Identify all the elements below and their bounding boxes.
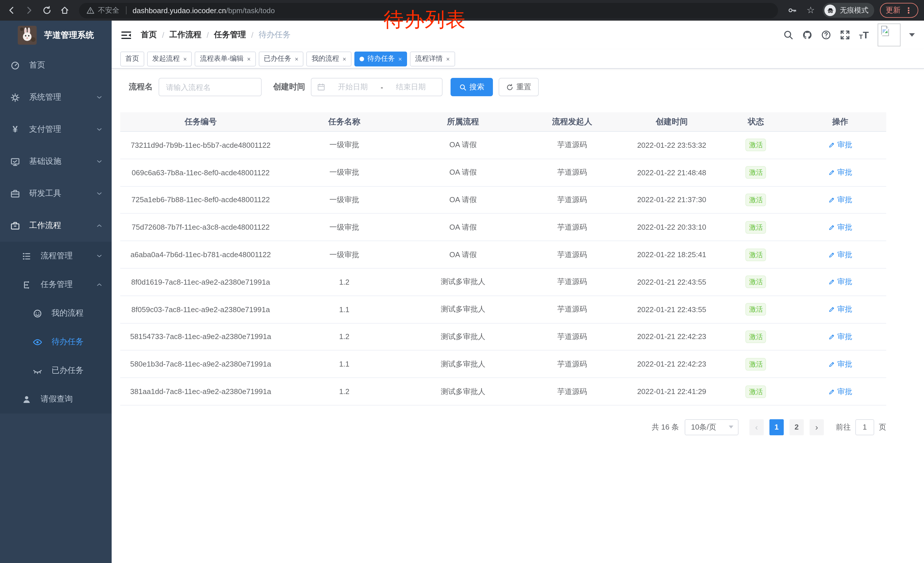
end-date-placeholder[interactable]: 结束日期 xyxy=(385,82,436,92)
column-header-1: 任务名称 xyxy=(281,117,408,127)
tab-process-form-edit[interactable]: 流程表单-编辑× xyxy=(195,51,256,66)
cell-starter: 芋道源码 xyxy=(518,304,626,314)
approve-link[interactable]: 审批 xyxy=(828,195,852,205)
star-icon[interactable]: ☆ xyxy=(804,4,817,17)
dots-vertical-icon[interactable]: ⋮ xyxy=(904,6,912,14)
status-badge: 激活 xyxy=(746,303,766,315)
incognito-icon xyxy=(824,5,836,16)
approve-link[interactable]: 审批 xyxy=(828,249,852,260)
sidebar-item-infrastructure[interactable]: 基础设施 xyxy=(0,146,112,177)
briefcase-icon xyxy=(10,221,20,231)
process-name-label: 流程名 xyxy=(129,82,153,92)
tab-done-tasks[interactable]: 已办任务× xyxy=(259,51,304,66)
face-icon xyxy=(33,308,42,318)
cell-process: 测试多审批人 xyxy=(407,359,518,369)
sidebar-item-leave-query[interactable]: 请假查询 xyxy=(0,385,112,413)
status-badge: 激活 xyxy=(746,194,766,206)
key-icon[interactable] xyxy=(786,4,799,17)
table-row: 725a1eb6-7b88-11ec-8ef0-acde48001122一级审批… xyxy=(120,186,886,214)
chevron-down-icon xyxy=(96,190,103,197)
cell-created: 2022-01-22 20:33:10 xyxy=(626,223,718,232)
app-logo[interactable]: 芋道管理系统 xyxy=(0,21,112,49)
close-icon[interactable]: × xyxy=(247,55,251,62)
breadcrumb-item: 待办任务 xyxy=(258,30,291,40)
reload-icon[interactable] xyxy=(40,4,53,17)
tab-home[interactable]: 首页 xyxy=(120,51,144,66)
page-buttons: ‹ 12› xyxy=(747,419,826,435)
github-icon[interactable] xyxy=(802,30,812,40)
page-size-select[interactable]: 10条/页 xyxy=(685,419,738,435)
forward-icon[interactable] xyxy=(23,4,36,17)
sidebar-item-done-tasks[interactable]: 已办任务 xyxy=(0,356,112,385)
prev-page-button[interactable]: ‹ xyxy=(749,419,764,435)
toolbox-icon xyxy=(10,189,20,198)
sidebar-item-todo-tasks[interactable]: 待办任务 xyxy=(0,327,112,356)
sidebar-item-my-process[interactable]: 我的流程 xyxy=(0,299,112,327)
tab-process-detail[interactable]: 流程详情× xyxy=(410,51,455,66)
close-icon[interactable]: × xyxy=(399,55,402,62)
reset-button[interactable]: 重置 xyxy=(499,78,539,96)
breadcrumb-separator: / xyxy=(207,30,209,39)
security-chip[interactable]: 不安全 xyxy=(98,6,119,15)
page-button-1[interactable]: 1 xyxy=(770,419,784,435)
hamburger-icon[interactable] xyxy=(121,30,132,41)
font-size-icon[interactable]: TT xyxy=(859,30,869,40)
status-badge: 激活 xyxy=(746,358,766,371)
close-icon[interactable]: × xyxy=(183,55,187,62)
close-icon[interactable]: × xyxy=(343,55,346,62)
goto-page-input[interactable] xyxy=(855,419,874,435)
address-bar[interactable]: 不安全 dashboard.yudao.iocoder.cn/bpm/task/… xyxy=(79,3,778,18)
breadcrumb-item[interactable]: 工作流程 xyxy=(170,30,201,40)
process-name-input[interactable] xyxy=(159,78,262,96)
approve-link[interactable]: 审批 xyxy=(828,304,852,314)
chevron-down-icon xyxy=(96,158,103,165)
chevron-down-icon xyxy=(96,126,103,133)
home-icon[interactable] xyxy=(58,4,71,17)
browser-update-button[interactable]: 更新 ⋮ xyxy=(880,3,918,18)
start-date-placeholder[interactable]: 开始日期 xyxy=(327,82,378,92)
sidebar-item-system-mgmt[interactable]: 系统管理 xyxy=(0,81,112,113)
approve-link[interactable]: 审批 xyxy=(828,167,852,177)
sidebar-item-task-mgmt[interactable]: 任务管理 xyxy=(0,270,112,299)
approve-link[interactable]: 审批 xyxy=(828,359,852,369)
close-icon[interactable]: × xyxy=(446,55,450,62)
approve-link[interactable]: 审批 xyxy=(828,386,852,396)
sidebar-menu: 首页系统管理¥支付管理基础设施研发工具工作流程流程管理任务管理我的流程待办任务已… xyxy=(0,49,112,563)
table-row: 73211d9d-7b9b-11ec-b5b7-acde48001122一级审批… xyxy=(120,132,886,159)
next-page-button[interactable]: › xyxy=(810,419,824,435)
caret-down-icon[interactable] xyxy=(909,33,915,37)
pen-icon xyxy=(828,279,835,285)
sidebar-item-workflow[interactable]: 工作流程 xyxy=(0,210,112,242)
column-header-5: 状态 xyxy=(718,117,794,127)
question-icon[interactable] xyxy=(821,30,831,40)
cell-task-name: 1.1 xyxy=(281,360,408,369)
close-icon[interactable]: × xyxy=(295,55,298,62)
fullscreen-icon[interactable] xyxy=(840,30,850,40)
sidebar-item-payment-mgmt[interactable]: ¥支付管理 xyxy=(0,113,112,146)
chevron-down-icon xyxy=(729,426,734,429)
sidebar-item-dev-tools[interactable]: 研发工具 xyxy=(0,177,112,210)
chevron-down-icon xyxy=(96,252,103,260)
sidebar-item-home[interactable]: 首页 xyxy=(0,49,112,81)
approve-link[interactable]: 审批 xyxy=(828,140,852,150)
cell-task-id: 381aa1dd-7ac8-11ec-a9e2-a2380e71991a xyxy=(120,387,281,396)
tab-my-process[interactable]: 我的流程× xyxy=(307,51,351,66)
approve-link[interactable]: 审批 xyxy=(828,277,852,287)
breadcrumb-item[interactable]: 首页 xyxy=(141,30,157,40)
incognito-badge: 无痕模式 xyxy=(823,3,874,18)
page-button-2[interactable]: 2 xyxy=(789,419,804,435)
breadcrumb-item[interactable]: 任务管理 xyxy=(214,30,246,40)
avatar[interactable] xyxy=(878,24,900,47)
approve-link[interactable]: 审批 xyxy=(828,332,852,342)
cell-created: 2022-01-22 21:37:30 xyxy=(626,195,718,204)
date-range-picker[interactable]: 开始日期 - 结束日期 xyxy=(311,78,442,96)
column-header-0: 任务编号 xyxy=(120,117,281,127)
back-icon[interactable] xyxy=(5,4,18,17)
tab-todo-tasks[interactable]: 待办任务× xyxy=(354,51,407,66)
approve-link[interactable]: 审批 xyxy=(828,222,852,233)
tab-start-process[interactable]: 发起流程× xyxy=(147,51,192,66)
sidebar-item-process-mgmt[interactable]: 流程管理 xyxy=(0,242,112,270)
search-button[interactable]: 搜索 xyxy=(450,78,493,96)
cell-process: OA 请假 xyxy=(407,222,518,233)
search-icon[interactable] xyxy=(783,30,794,40)
